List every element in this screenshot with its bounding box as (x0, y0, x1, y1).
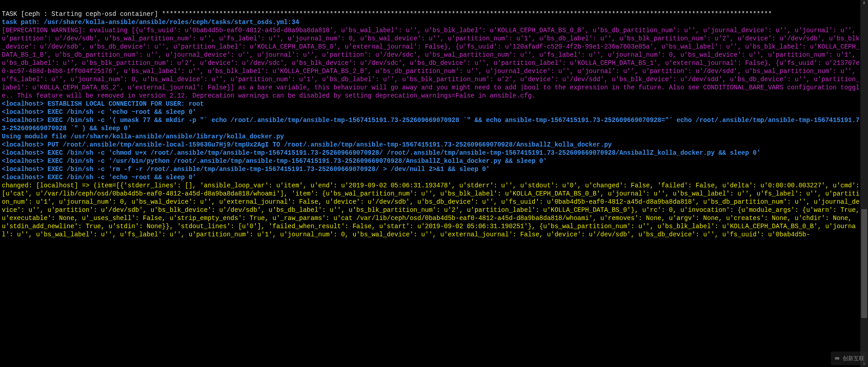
changed-result-block: changed: [localhost] => (item=[{'stderr_… (2, 182, 863, 238)
scrollbar-track[interactable]: ∧ ∨ (860, 0, 868, 367)
scroll-up-arrow-icon[interactable]: ∧ (861, 0, 867, 6)
terminal-output[interactable]: TASK [ceph : Starting ceph-osd container… (0, 0, 864, 240)
exec-line: <localhost> EXEC /bin/sh -c '( umask 77 … (2, 117, 859, 132)
exec-line: <localhost> ESTABLISH LOCAL CONNECTION F… (2, 100, 204, 108)
scrollbar-thumb[interactable] (861, 209, 867, 318)
exec-line: <localhost> PUT /root/.ansible/tmp/ansib… (2, 141, 612, 148)
infinity-icon (834, 355, 841, 362)
module-path-line: Using module file /usr/share/kolla-ansib… (2, 133, 284, 140)
task-header-line: TASK [ceph : Starting ceph-osd container… (2, 10, 772, 18)
exec-line: <localhost> EXEC /bin/sh -c 'echo ~root … (2, 108, 196, 116)
terminal-viewport: TASK [ceph : Starting ceph-osd container… (0, 0, 868, 367)
exec-line: <localhost> EXEC /bin/sh -c 'echo ~root … (2, 174, 196, 181)
exec-line: <localhost> EXEC /bin/sh -c 'rm -f -r /r… (2, 166, 490, 173)
watermark-text: 创新互联 (843, 354, 864, 362)
watermark-badge: 创新互联 (831, 352, 867, 365)
deprecation-warning-block: [DEPRECATION WARNING]: evaluating [{u'fs… (2, 27, 859, 99)
exec-line: <localhost> EXEC /bin/sh -c '/usr/bin/py… (2, 157, 547, 165)
task-path-line: task path: /usr/share/kolla-ansible/ansi… (2, 19, 299, 26)
exec-line: <localhost> EXEC /bin/sh -c 'chmod u+x /… (2, 149, 760, 157)
